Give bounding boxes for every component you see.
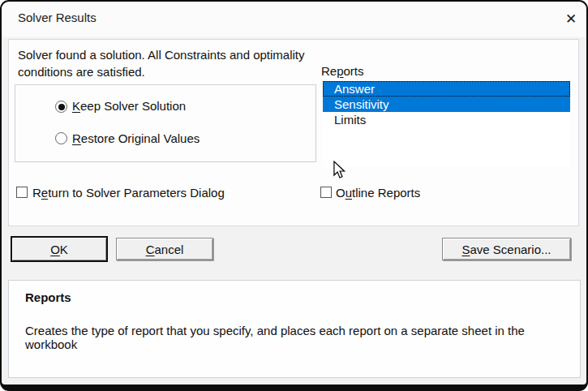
reports-listbox[interactable]: Answer Sensitivity Limits [323,81,570,166]
ok-button[interactable]: OK [11,236,108,262]
titlebar: Solver Results ✕ [2,2,586,37]
keep-solver-solution-radio[interactable] [55,101,67,113]
cancel-button[interactable]: Cancel [116,238,213,260]
dialog-title: Solver Results [18,11,97,24]
keep-solver-solution-label[interactable]: Keep Solver Solution [72,99,186,113]
reports-help-panel: Reports Creates the type of report that … [8,280,581,378]
return-to-solver-parameters-label[interactable]: Return to Solver Parameters Dialog [32,186,225,200]
help-heading: Reports [25,290,71,304]
list-item-limits[interactable]: Limits [323,112,570,127]
list-item-answer[interactable]: Answer [323,81,570,97]
list-item-sensitivity[interactable]: Sensitivity [323,97,570,112]
restore-original-values-radio[interactable] [55,132,67,144]
return-to-solver-parameters-checkbox[interactable] [16,187,28,198]
solver-status-message: Solver found a solution. All Constraints… [18,46,367,80]
solver-results-dialog: Solver Results ✕ Solver found a solution… [0,0,588,391]
outline-reports-checkbox[interactable] [320,187,332,198]
dialog-body: Solver Results ✕ Solver found a solution… [2,2,586,385]
solution-groupbox [15,84,316,162]
save-scenario-button[interactable]: Save Scenario... [442,238,571,260]
close-icon[interactable]: ✕ [560,7,582,30]
reports-list-label: Reports [321,64,364,78]
outline-reports-label[interactable]: Outline Reports [336,186,420,200]
restore-original-values-label[interactable]: Restore Original Values [72,131,200,145]
help-description: Creates the type of report that you spec… [25,324,569,351]
